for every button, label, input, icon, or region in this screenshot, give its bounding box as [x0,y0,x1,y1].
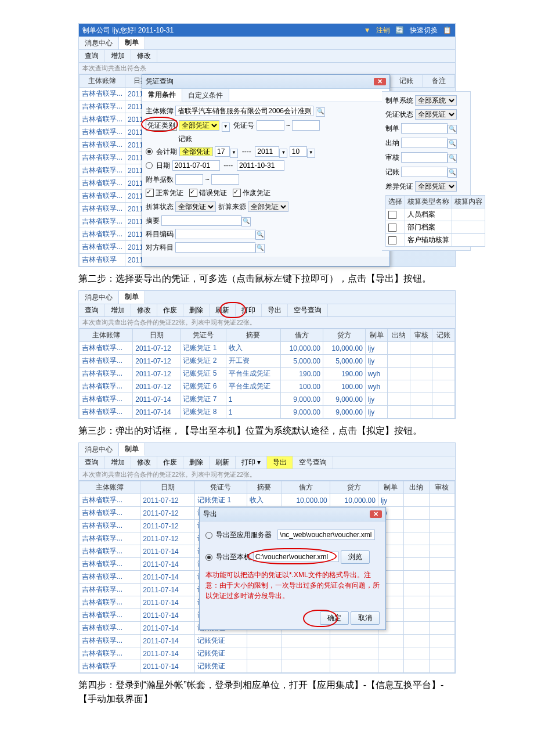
table-row[interactable]: 吉林省联孚... [80,393,133,406]
period-year[interactable] [255,146,279,157]
date-from[interactable] [172,160,220,171]
tb-mod[interactable]: 修改 [131,50,157,62]
checker-input[interactable] [401,152,448,163]
local-path-input[interactable] [253,552,339,562]
table-row[interactable]: 吉林省联孚 [80,254,125,267]
table-row[interactable]: 吉林省联孚... [80,532,140,545]
aux-chk[interactable] [388,211,396,219]
tb-del[interactable]: 删除 [183,456,210,469]
table-row[interactable]: 吉林省联孚... [80,342,133,355]
tab-voucher-entry[interactable]: 制单 [119,291,145,304]
table-row[interactable]: 吉林省联孚... [80,558,140,571]
tb-numq[interactable]: 空号查询 [288,304,328,316]
aux-chk[interactable] [388,236,396,244]
table-row[interactable]: 吉林省联孚... [80,494,140,507]
chk-error[interactable] [189,189,197,197]
table-row[interactable]: 吉林省联孚... [80,177,125,190]
tab-common-cond[interactable]: 常用条件 [142,89,182,102]
table-row[interactable]: 吉林省联孚... [80,647,140,660]
search-icon[interactable]: 🔍 [448,125,457,134]
tb-refresh[interactable]: 刷新 [210,304,236,316]
maker-input[interactable] [401,123,448,134]
tb-mod[interactable]: 修改 [131,456,157,469]
summary-input[interactable] [161,215,241,226]
tab-message-center[interactable]: 消息中心 [79,443,119,456]
ok-button[interactable]: 确定 [320,611,349,625]
table-row[interactable]: 吉林省联孚... [80,368,133,380]
table-row[interactable]: 吉林省联孚... [80,228,125,241]
tb-numq[interactable]: 空号查询 [293,456,333,469]
tab-custom-cond[interactable]: 自定义条件 [182,89,229,102]
table-row[interactable]: 吉林省联孚... [80,203,125,215]
date-to[interactable] [237,160,284,171]
period-type[interactable]: 全部凭证 [179,147,213,156]
table-row[interactable]: 吉林省联孚... [80,380,133,393]
tb-export[interactable]: 导出 [267,456,293,469]
ledger-input[interactable] [175,106,313,116]
dropdown-icon[interactable]: ▼ [230,149,238,158]
table-row[interactable]: 吉林省联孚... [80,609,140,622]
tab-voucher-entry[interactable]: 制单 [119,443,145,456]
table-row[interactable]: 吉林省联孚... [80,584,140,596]
cashier-input[interactable] [401,138,448,148]
counter-input[interactable] [175,242,255,253]
aux-opt[interactable]: 部门档案 [405,221,452,234]
radio-server[interactable] [205,532,212,539]
tb-query[interactable]: 查询 [79,456,105,469]
table-row[interactable]: 吉林省联孚... [80,520,140,532]
aux-opt[interactable]: 人员档案 [405,208,452,221]
dropdown-icon[interactable]: ▼ [307,149,315,158]
table-row[interactable]: 吉林省联孚 [80,660,140,673]
tab-message-center[interactable]: 消息中心 [79,291,119,304]
attach-to[interactable] [211,174,239,185]
logout-link[interactable]: 注销 [376,26,390,34]
tb-mod[interactable]: 修改 [131,304,157,316]
browse-button[interactable]: 浏览 [341,550,370,564]
switch-link[interactable]: 快速切换 [410,26,438,34]
chk-void[interactable] [233,189,241,197]
search-icon[interactable]: 🔍 [448,139,457,149]
tb-void[interactable]: 作废 [157,456,183,469]
vstat-select[interactable]: 全部凭证 [415,109,457,120]
table-row[interactable]: 吉林省联孚... [80,126,125,139]
aux-chk[interactable] [388,224,396,232]
chk-normal[interactable] [146,189,154,197]
attach-from[interactable] [175,174,203,185]
diff-select[interactable]: 全部凭证 [415,181,457,192]
offsrc-select[interactable]: 全部凭证 [248,201,288,212]
offstate-select[interactable]: 全部凭证 [175,201,216,212]
radio-period[interactable] [146,148,153,155]
table-row[interactable]: 吉林省联孚... [80,596,140,609]
tb-print[interactable]: 打印 ▾ [236,456,267,469]
search-icon[interactable]: 🔍 [255,231,265,240]
table-row[interactable]: 吉林省联孚... [80,152,125,164]
sys-select[interactable]: 全部系统 [415,95,457,106]
table-row[interactable]: 吉林省联孚... [80,622,140,635]
tb-export[interactable]: 导出 [262,304,288,316]
server-path-input[interactable] [277,530,375,540]
search-icon[interactable]: 🔍 [448,168,457,178]
table-row[interactable]: 吉林省联孚... [80,406,133,419]
voucher-grid[interactable]: 主体账簿 日期 凭证号 摘要 借方 贷方 制单 出纳 审核 记账 吉林省联孚..… [79,329,455,419]
tb-del[interactable]: 删除 [183,304,210,316]
period-month[interactable] [290,146,307,157]
close-icon[interactable]: ✕ [374,78,386,85]
tb-refresh[interactable]: 刷新 [210,456,236,469]
vnum-to[interactable] [292,120,320,131]
tb-add[interactable]: 增加 [105,50,131,62]
table-row[interactable]: 吉林省联孚... [80,100,125,113]
search-icon[interactable]: 🔍 [448,154,457,163]
table-row[interactable]: 吉林省联孚... [80,355,133,368]
dropdown-icon[interactable]: ▼ [222,123,230,132]
tb-add[interactable]: 增加 [105,304,131,316]
table-row[interactable]: 吉林省联孚... [80,635,140,647]
table-row[interactable]: 吉林省联孚... [80,545,140,558]
poster-input[interactable] [401,167,448,177]
tab-message-center[interactable]: 消息中心 [79,37,119,49]
radio-local[interactable] [205,554,212,561]
tb-query[interactable]: 查询 [79,304,105,316]
tb-void[interactable]: 作废 [157,304,183,316]
cancel-button[interactable]: 取消 [351,611,380,625]
table-row[interactable]: 吉林省联孚... [80,507,140,520]
search-icon[interactable]: 🔍 [241,217,251,226]
